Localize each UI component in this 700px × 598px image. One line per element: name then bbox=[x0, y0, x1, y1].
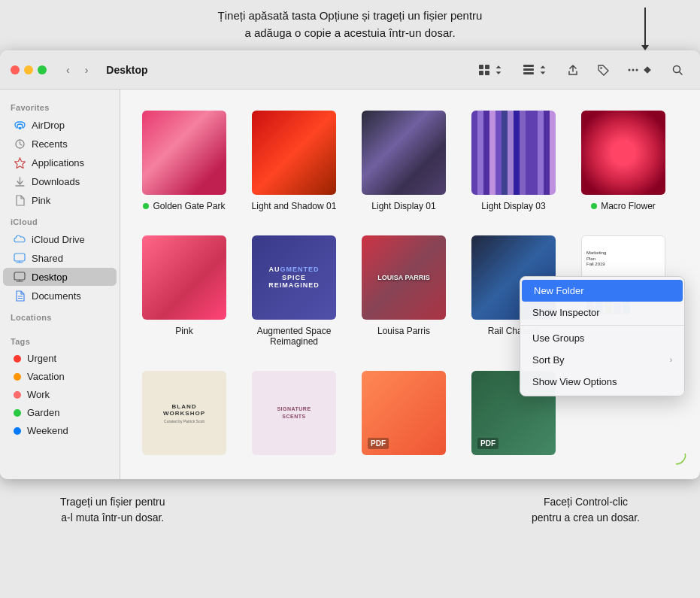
menu-label-use-groups: Use Groups bbox=[532, 332, 584, 344]
file-item-mf[interactable]: Macro Flower bbox=[574, 105, 672, 217]
svg-rect-1 bbox=[485, 65, 489, 69]
tags-section-label: Tags bbox=[0, 329, 120, 349]
tag-label-urgent: Urgent bbox=[27, 353, 56, 364]
thumb-ld3 bbox=[471, 111, 556, 195]
toolbar: ‹ › Desktop bbox=[0, 50, 700, 90]
tag-button[interactable] bbox=[591, 60, 615, 80]
thumb-sig: SIGNATURESCENTS bbox=[252, 371, 336, 455]
file-item-ggp[interactable]: Golden Gate Park bbox=[135, 105, 233, 217]
svg-point-13 bbox=[18, 126, 21, 129]
work-dot bbox=[14, 391, 21, 399]
tag-label-weekend: Weekend bbox=[27, 425, 68, 436]
menu-item-use-groups[interactable]: Use Groups bbox=[520, 327, 684, 349]
file-name-mf: Macro Flower bbox=[601, 201, 656, 211]
file-name-ld3: Light Display 03 bbox=[481, 201, 545, 211]
sidebar-tag-work[interactable]: Work bbox=[3, 386, 117, 403]
close-button[interactable] bbox=[11, 65, 20, 74]
svg-rect-5 bbox=[523, 68, 534, 71]
file-item-lp[interactable]: LOUISA PARRIS Louisa Parris bbox=[355, 229, 453, 353]
sidebar-tag-urgent[interactable]: Urgent bbox=[3, 350, 117, 367]
thumb-ggp bbox=[142, 111, 226, 195]
zoom-button[interactable] bbox=[38, 65, 47, 74]
sidebar-item-downloads[interactable]: Downloads bbox=[3, 172, 117, 190]
tag-label-garden: Garden bbox=[27, 407, 59, 418]
context-menu: New Folder Show Inspector Use Groups Sor… bbox=[520, 276, 685, 396]
list-icon bbox=[523, 64, 535, 76]
annotation-bottom-right: Faceți Control-clic pentru a crea un dos… bbox=[532, 494, 640, 526]
file-item-ld1[interactable]: Light Display 01 bbox=[355, 105, 453, 217]
downloads-icon bbox=[14, 175, 26, 187]
menu-item-new-folder[interactable]: New Folder bbox=[522, 280, 683, 302]
annotation-top: Țineți apăsată tasta Opțiune și trageți … bbox=[218, 8, 483, 41]
share-button[interactable] bbox=[561, 60, 585, 80]
search-icon bbox=[671, 64, 683, 76]
icloud-drive-icon bbox=[14, 233, 26, 245]
file-label-las: Light and Shadow 01 bbox=[252, 201, 337, 211]
search-button[interactable] bbox=[665, 60, 689, 80]
file-label-ld3: Light Display 03 bbox=[481, 201, 545, 211]
back-button[interactable]: ‹ bbox=[62, 61, 74, 79]
file-name-pink: Pink bbox=[175, 326, 192, 336]
applications-icon bbox=[14, 156, 26, 168]
svg-rect-3 bbox=[485, 71, 489, 75]
file-name-aug: Augmented Space Reimagined bbox=[251, 326, 337, 347]
thumb-pink bbox=[142, 235, 226, 320]
shared-icon bbox=[14, 252, 26, 264]
sidebar-item-recents[interactable]: Recents bbox=[3, 135, 117, 153]
tag-label-work: Work bbox=[27, 389, 50, 400]
svg-point-10 bbox=[636, 68, 638, 71]
sidebar-item-applications[interactable]: Applications bbox=[3, 153, 117, 172]
chevron-list-icon bbox=[537, 64, 549, 76]
svg-point-9 bbox=[632, 68, 635, 71]
sidebar-tag-weekend[interactable]: Weekend bbox=[3, 422, 117, 439]
submenu-arrow-icon: › bbox=[670, 356, 672, 364]
file-item-pdf1[interactable]: PDF bbox=[355, 365, 453, 467]
sidebar-label-shared: Shared bbox=[32, 253, 63, 264]
annotation-arrow-top bbox=[641, 8, 649, 50]
more-button[interactable] bbox=[621, 60, 659, 80]
icloud-section-label: iCloud bbox=[0, 210, 120, 229]
menu-item-show-view-options[interactable]: Show View Options bbox=[520, 371, 684, 393]
menu-item-sort-by[interactable]: Sort By › bbox=[520, 349, 684, 371]
locations-section-label: Locations bbox=[0, 305, 120, 325]
sidebar-tag-vacation[interactable]: Vacation bbox=[3, 368, 117, 385]
minimize-button[interactable] bbox=[24, 65, 33, 74]
sidebar-item-airdrop[interactable]: AirDrop bbox=[3, 116, 117, 134]
file-item-sig[interactable]: SIGNATURESCENTS bbox=[245, 365, 343, 467]
sidebar-item-shared[interactable]: Shared bbox=[3, 249, 117, 267]
file-item-aug[interactable]: AUGMENTEDSPICEREIMAGINED Augmented Space… bbox=[245, 229, 343, 353]
file-item-bland[interactable]: BLANDWORKSHOP Curated by Patrick Scott bbox=[135, 365, 233, 467]
grid-icon bbox=[478, 64, 490, 76]
list-view-button[interactable] bbox=[517, 60, 555, 80]
sidebar-item-icloud-drive[interactable]: iCloud Drive bbox=[3, 230, 117, 248]
svg-point-8 bbox=[629, 68, 631, 71]
icon-view-button[interactable] bbox=[472, 60, 511, 80]
menu-label-show-inspector: Show Inspector bbox=[532, 307, 600, 318]
sidebar-item-pink[interactable]: Pink bbox=[3, 191, 117, 209]
recents-icon bbox=[14, 138, 26, 150]
file-item-ld3[interactable]: Light Display 03 bbox=[465, 105, 562, 217]
thumb-pdf1: PDF bbox=[362, 371, 446, 455]
menu-label-new-folder: New Folder bbox=[534, 285, 583, 296]
file-label-aug: Augmented Space Reimagined bbox=[251, 326, 337, 347]
file-item-las[interactable]: Light and Shadow 01 bbox=[245, 105, 343, 217]
chevron-more-icon bbox=[641, 64, 653, 76]
garden-dot bbox=[14, 409, 21, 417]
file-name-las: Light and Shadow 01 bbox=[252, 201, 337, 211]
sidebar-item-documents[interactable]: Documents bbox=[3, 287, 117, 305]
svg-rect-0 bbox=[479, 65, 483, 69]
content-area: Favorites AirDrop bbox=[0, 90, 700, 479]
menu-label-show-view-options: Show View Options bbox=[532, 376, 617, 387]
sidebar-item-desktop[interactable]: Desktop bbox=[3, 268, 117, 286]
sidebar: Favorites AirDrop bbox=[0, 90, 120, 479]
file-label-mf: Macro Flower bbox=[591, 201, 656, 211]
sidebar-tag-garden[interactable]: Garden bbox=[3, 404, 117, 421]
forward-button[interactable]: › bbox=[80, 61, 93, 79]
file-item-pink[interactable]: Pink bbox=[135, 229, 233, 353]
thumb-lp: LOUISA PARRIS bbox=[362, 235, 446, 320]
thumb-aug: AUGMENTEDSPICEREIMAGINED bbox=[252, 235, 336, 320]
svg-rect-6 bbox=[523, 72, 534, 74]
menu-item-show-inspector[interactable]: Show Inspector bbox=[520, 302, 684, 323]
file-label-pink: Pink bbox=[175, 326, 192, 336]
vacation-dot bbox=[14, 373, 21, 381]
